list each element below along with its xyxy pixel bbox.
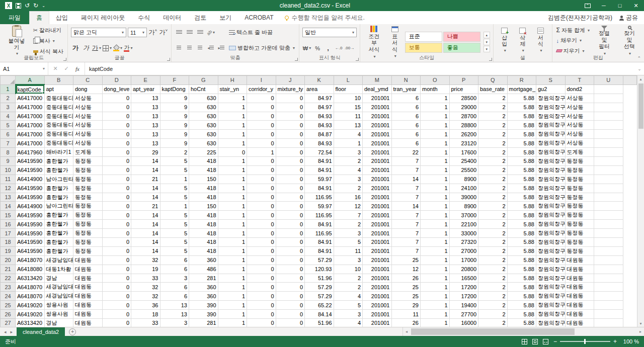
cell-M13[interactable]: 201001 (363, 193, 392, 202)
cell-N3[interactable]: 6 (391, 103, 421, 112)
cell-B27[interactable]: 경남 (44, 319, 73, 327)
row-header-18[interactable]: 18 (1, 238, 16, 247)
cell-M25[interactable]: 201001 (363, 301, 392, 310)
cell-I6[interactable]: 0 (247, 130, 276, 139)
cell-P17[interactable]: 33000 (449, 229, 478, 238)
cell-H12[interactable]: 1 (218, 184, 247, 193)
cell-A6[interactable]: A6417000 (16, 130, 45, 139)
cell-E24[interactable]: 32 (131, 292, 160, 301)
cell-R16[interactable]: 5.88 (507, 220, 536, 229)
cell-G10[interactable]: 418 (189, 165, 218, 175)
cell-D1[interactable]: dong_leve (102, 84, 131, 94)
insert-cells-button[interactable]: 삽입 (497, 25, 513, 55)
cell-A23[interactable]: A6418070 (16, 283, 45, 292)
cell-G17[interactable]: 418 (189, 229, 218, 238)
cell-S17[interactable]: 창원의창구 (536, 229, 566, 238)
cell-Q24[interactable]: 2 (478, 292, 508, 301)
decrease-font-button[interactable]: 가 (159, 28, 168, 37)
cell-Q8[interactable]: 2 (478, 148, 508, 157)
cell-style-normal[interactable]: 표준 (405, 32, 442, 42)
cell-E23[interactable]: 32 (131, 283, 160, 292)
cell-R4[interactable]: 5.88 (507, 112, 536, 121)
row-header-8[interactable]: 8 (1, 148, 16, 157)
cell-C4[interactable]: 서상동 (73, 112, 103, 121)
cell-S23[interactable]: 창원의창구 (536, 283, 566, 292)
cell-M9[interactable]: 201001 (363, 157, 392, 166)
cell-N8[interactable]: 22 (391, 148, 421, 157)
cell-S6[interactable]: 창원의창구 (536, 130, 566, 139)
cell-O1[interactable]: month (421, 84, 450, 94)
cell-S10[interactable]: 창원의창구 (536, 165, 566, 175)
align-bottom-button[interactable] (196, 28, 205, 37)
cell-O21[interactable]: 1 (421, 265, 450, 274)
cell-A20[interactable]: A6418070 (16, 255, 45, 265)
cell-K22[interactable]: 51.96 (305, 274, 334, 283)
redo-icon[interactable]: ↻ (33, 3, 38, 9)
cell-F3[interactable]: 9 (160, 103, 189, 112)
wrap-text-button[interactable]: 텍스트 줄 바꿈 (228, 28, 296, 37)
cell-K25[interactable]: 65.22 (305, 301, 334, 310)
scroll-down-icon[interactable]: ▾ (637, 320, 644, 327)
cancel-entry-icon[interactable]: ✕ (50, 64, 60, 74)
cell-N23[interactable]: 25 (391, 283, 421, 292)
cell-Q26[interactable]: 2 (478, 310, 508, 319)
cell-E1[interactable]: apt_year (131, 84, 160, 94)
maximize-button[interactable]: □ (612, 0, 628, 11)
cell-S18[interactable]: 창원의창구 (536, 238, 566, 247)
save-icon[interactable] (16, 3, 21, 9)
column-header-M[interactable]: M (363, 76, 392, 85)
number-format-combo[interactable]: 일반 (302, 28, 357, 37)
cell-T18[interactable]: 동정동 (565, 238, 594, 247)
cell-O22[interactable]: 1 (421, 274, 450, 283)
cell-E19[interactable]: 14 (131, 246, 160, 255)
cell-G6[interactable]: 630 (189, 130, 218, 139)
cell-D4[interactable]: 0 (102, 112, 131, 121)
cell-E15[interactable]: 14 (131, 211, 160, 220)
cell-L3[interactable]: 15 (334, 103, 363, 112)
cell-F17[interactable]: 5 (160, 229, 189, 238)
cell-N15[interactable]: 7 (391, 211, 421, 220)
gallery-more-button[interactable]: ▾ (484, 46, 490, 52)
cell-L6[interactable]: 4 (334, 130, 363, 139)
cell-R9[interactable]: 5.88 (507, 157, 536, 166)
cell-F1[interactable]: kaptDong (160, 84, 189, 94)
cell-F11[interactable]: 1 (160, 175, 189, 184)
cell-P11[interactable]: 8900 (449, 175, 478, 184)
cell-I8[interactable]: 1 (247, 148, 276, 157)
cell-E10[interactable]: 14 (131, 165, 160, 175)
cell-J12[interactable]: 0 (276, 184, 305, 193)
cell-E26[interactable]: 18 (131, 310, 160, 319)
cell-B11[interactable]: 남아그린타 (44, 175, 73, 184)
cell-T1[interactable]: dond2 (565, 84, 594, 94)
styles-dialog-launcher[interactable] (489, 58, 492, 61)
cell-P21[interactable]: 20800 (449, 265, 478, 274)
cell-T13[interactable]: 동정동 (565, 193, 594, 202)
cell-C11[interactable]: 동정동 (73, 175, 103, 184)
cell-C18[interactable]: 동정동 (73, 238, 103, 247)
cell-R14[interactable]: 5.88 (507, 202, 536, 211)
align-center-button[interactable] (185, 44, 194, 53)
cell-C15[interactable]: 동정동 (73, 211, 103, 220)
cell-Q15[interactable]: 2 (478, 211, 508, 220)
cell-L16[interactable]: 2 (334, 220, 363, 229)
cell-C26[interactable]: 대원동 (73, 310, 103, 319)
cell-B5[interactable]: 중동대동디 (44, 121, 73, 130)
column-header-T[interactable]: T (565, 76, 594, 85)
cell-J18[interactable]: 0 (276, 238, 305, 247)
cell-J14[interactable]: 0 (276, 202, 305, 211)
cell-C1[interactable]: dong (73, 84, 103, 94)
cell-H14[interactable]: 1 (218, 202, 247, 211)
cell-I3[interactable]: 0 (247, 103, 276, 112)
cell-I22[interactable]: 0 (247, 274, 276, 283)
row-header-19[interactable]: 19 (1, 246, 16, 255)
cell-J6[interactable]: 0 (276, 130, 305, 139)
bold-button[interactable]: 가 (71, 44, 80, 53)
cell-G20[interactable]: 360 (189, 255, 218, 265)
cell-D3[interactable]: 0 (102, 103, 131, 112)
cell-R21[interactable]: 5.88 (507, 265, 536, 274)
ribbon-tab-1[interactable]: 삽입 (49, 11, 74, 24)
cell-L4[interactable]: 11 (334, 112, 363, 121)
cell-G26[interactable]: 390 (189, 310, 218, 319)
cell-R19[interactable]: 5.88 (507, 246, 536, 255)
cell-D13[interactable]: 0 (102, 193, 131, 202)
